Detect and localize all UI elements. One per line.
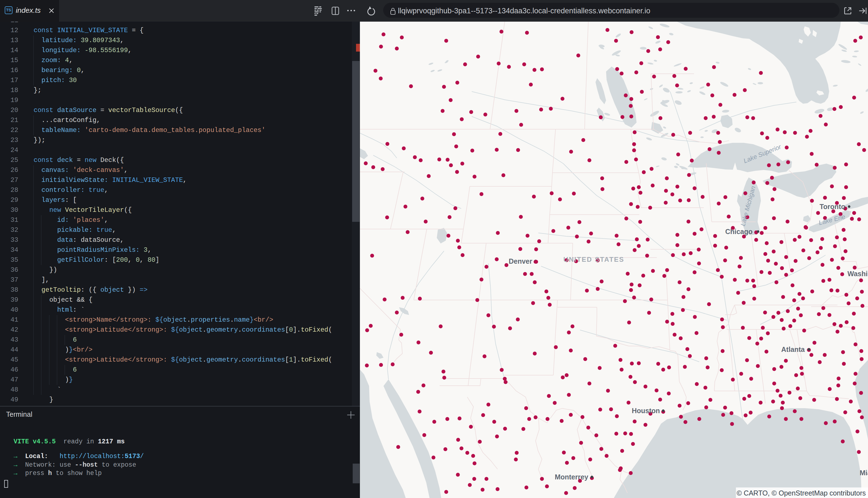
svg-text:Toronto: Toronto bbox=[819, 203, 845, 210]
svg-text:Denver: Denver bbox=[509, 257, 532, 265]
svg-text:Houston: Houston bbox=[632, 407, 660, 415]
svg-text:Chicago: Chicago bbox=[725, 228, 753, 235]
svg-text:UNITED STATES: UNITED STATES bbox=[563, 255, 624, 263]
svg-text:© CARTO, © OpenStreetMap contr: © CARTO, © OpenStreetMap contributors bbox=[737, 489, 866, 497]
svg-text:Miami: Miami bbox=[860, 469, 868, 477]
svg-text:Monterrey: Monterrey bbox=[555, 473, 588, 481]
svg-text:Washington: Washington bbox=[847, 270, 868, 278]
svg-text:Atlanta: Atlanta bbox=[781, 345, 805, 353]
